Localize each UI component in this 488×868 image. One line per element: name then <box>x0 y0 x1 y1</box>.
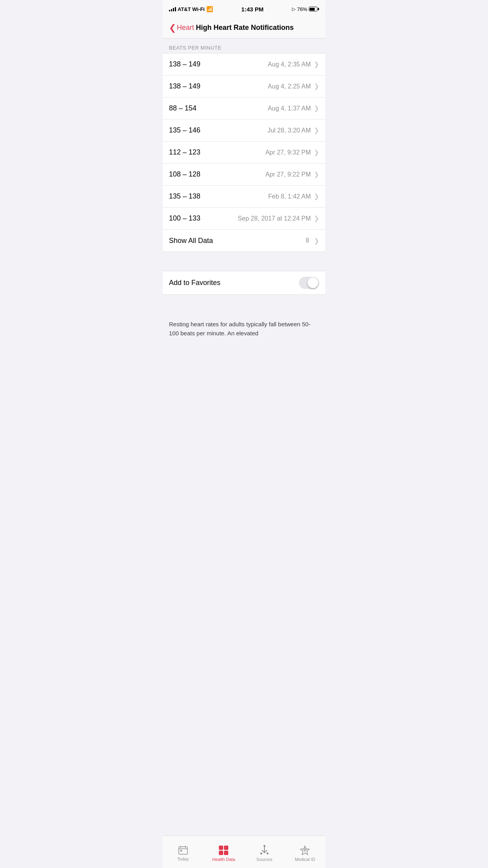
table-row[interactable]: 88 – 154 Aug 4, 1:37 AM ❯ <box>163 97 325 120</box>
chevron-right-icon: ❯ <box>314 61 319 68</box>
chevron-right-icon: ❯ <box>314 105 319 112</box>
row-right: Jul 28, 3:20 AM ❯ <box>268 127 319 134</box>
row-date: Aug 4, 1:37 AM <box>268 105 311 112</box>
battery-percent: 76% <box>297 6 307 12</box>
chevron-right-icon: ❯ <box>314 149 319 156</box>
wifi-icon: 📶 <box>206 6 213 12</box>
row-right: Aug 4, 1:37 AM ❯ <box>268 105 319 112</box>
chevron-right-icon: ❯ <box>314 193 319 200</box>
favorites-section: Add to Favorites <box>163 271 325 295</box>
row-right: Sep 28, 2017 at 12:24 PM ❯ <box>238 215 319 222</box>
section-header: BEATS PER MINUTE <box>163 39 325 53</box>
status-carrier: AT&T Wi-Fi 📶 <box>169 6 213 12</box>
chevron-right-icon: ❯ <box>314 215 319 222</box>
heart-rate-list: 138 – 149 Aug 4, 2:35 AM ❯ 138 – 149 Aug… <box>163 53 325 252</box>
favorites-label: Add to Favorites <box>169 279 220 287</box>
description-section: Resting heart rates for adults typically… <box>163 314 325 347</box>
bpm-range: 135 – 146 <box>169 126 200 134</box>
show-all-button[interactable]: Show All Data 8 ❯ <box>163 230 325 252</box>
signal-icon <box>169 7 176 11</box>
row-date: Jul 28, 3:20 AM <box>268 127 311 134</box>
row-date: Apr 27, 9:32 PM <box>265 149 311 156</box>
description-text: Resting heart rates for adults typically… <box>169 320 319 338</box>
add-to-favorites-toggle[interactable] <box>299 277 319 289</box>
row-right: Apr 27, 9:32 PM ❯ <box>265 149 319 156</box>
nav-header: ❮ Heart High Heart Rate Notifications <box>163 17 325 39</box>
status-right: ▷ 76% <box>292 6 319 12</box>
table-row[interactable]: 108 – 128 Apr 27, 9:22 PM ❯ <box>163 164 325 186</box>
bpm-range: 138 – 149 <box>169 82 200 90</box>
table-row[interactable]: 138 – 149 Aug 4, 2:35 AM ❯ <box>163 53 325 75</box>
page-title: High Heart Rate Notifications <box>171 24 319 32</box>
row-right: Feb 8, 1:42 AM ❯ <box>268 193 319 200</box>
location-icon: ▷ <box>292 6 295 12</box>
battery-icon <box>309 7 319 11</box>
chevron-right-icon: ❯ <box>314 237 319 245</box>
bpm-range: 135 – 138 <box>169 192 200 200</box>
status-bar: AT&T Wi-Fi 📶 1:43 PM ▷ 76% <box>163 0 325 17</box>
bpm-range: 112 – 123 <box>169 148 200 156</box>
show-all-count: 8 <box>306 237 309 244</box>
bpm-range: 100 – 133 <box>169 214 200 223</box>
chevron-right-icon: ❯ <box>314 127 319 134</box>
spacer <box>163 252 325 261</box>
bpm-range: 88 – 154 <box>169 104 196 112</box>
chevron-right-icon: ❯ <box>314 171 319 178</box>
spacer2 <box>163 295 325 304</box>
table-row[interactable]: 112 – 123 Apr 27, 9:32 PM ❯ <box>163 142 325 164</box>
row-date: Aug 4, 2:25 AM <box>268 83 311 90</box>
table-row[interactable]: 135 – 146 Jul 28, 3:20 AM ❯ <box>163 120 325 142</box>
chevron-right-icon: ❯ <box>314 83 319 90</box>
toggle-knob <box>308 278 318 288</box>
row-right: Aug 4, 2:25 AM ❯ <box>268 83 319 90</box>
table-row[interactable]: 138 – 149 Aug 4, 2:25 AM ❯ <box>163 75 325 97</box>
row-date: Sep 28, 2017 at 12:24 PM <box>238 215 311 222</box>
row-date: Aug 4, 2:35 AM <box>268 61 311 68</box>
row-right: Apr 27, 9:22 PM ❯ <box>265 171 319 178</box>
row-date: Feb 8, 1:42 AM <box>268 193 311 200</box>
row-right: Aug 4, 2:35 AM ❯ <box>268 61 319 68</box>
table-row[interactable]: 135 – 138 Feb 8, 1:42 AM ❯ <box>163 186 325 208</box>
row-date: Apr 27, 9:22 PM <box>265 171 311 178</box>
bpm-range: 108 – 128 <box>169 170 200 178</box>
status-time: 1:43 PM <box>241 6 264 13</box>
table-row[interactable]: 100 – 133 Sep 28, 2017 at 12:24 PM ❯ <box>163 208 325 230</box>
row-right: 8 ❯ <box>306 237 319 245</box>
bpm-range: 138 – 149 <box>169 60 200 68</box>
show-all-label: Show All Data <box>169 237 213 245</box>
